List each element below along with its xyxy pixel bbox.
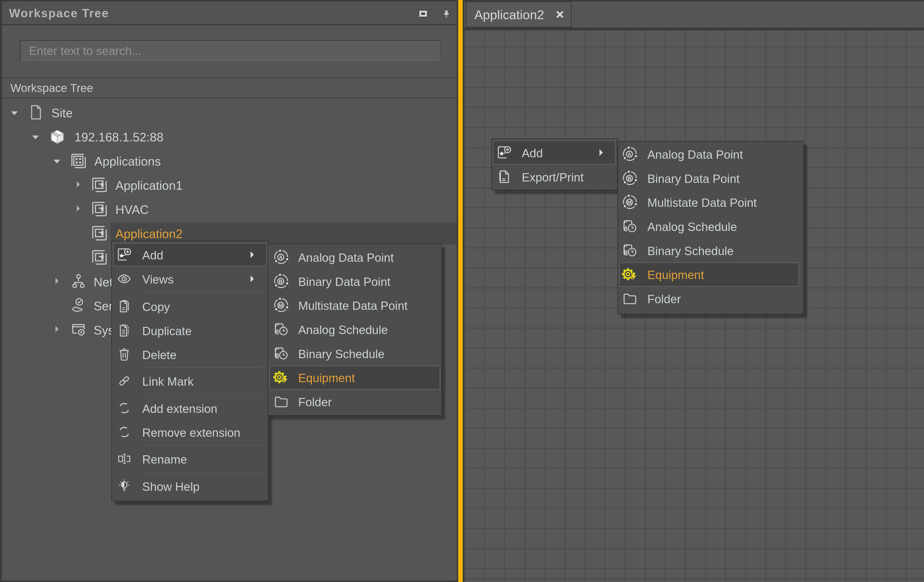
- svg-text:B: B: [627, 176, 631, 181]
- svg-text:B: B: [624, 250, 628, 255]
- svg-text:M: M: [279, 303, 283, 308]
- svg-text:A: A: [627, 151, 631, 157]
- svg-text:B: B: [279, 279, 282, 284]
- svg-text:A: A: [279, 255, 282, 260]
- svg-text:B: B: [276, 352, 279, 358]
- svg-text:M: M: [627, 199, 632, 206]
- svg-text:A: A: [624, 225, 628, 231]
- svg-text:A: A: [276, 328, 279, 334]
